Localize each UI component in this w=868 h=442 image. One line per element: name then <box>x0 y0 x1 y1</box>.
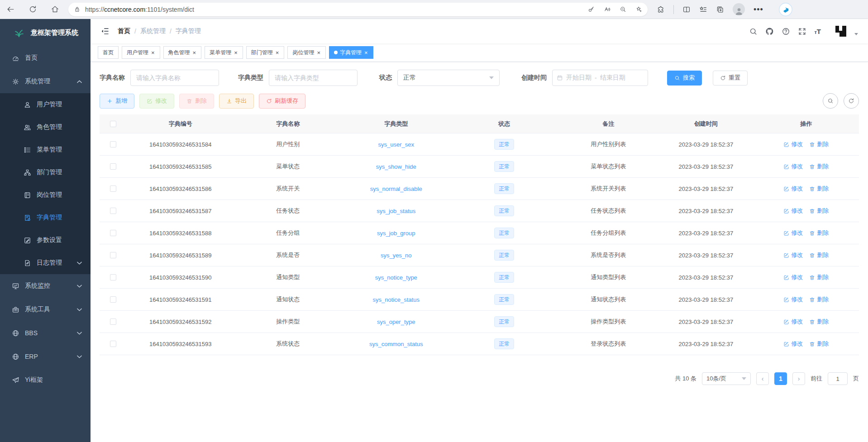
sidebar-collapse-icon[interactable] <box>100 27 110 36</box>
sidebar-item-dept-mgmt[interactable]: 部门管理 <box>0 161 91 184</box>
row-delete-link[interactable]: 删除 <box>809 185 829 193</box>
sidebar-item-bbs[interactable]: BBS <box>0 321 91 345</box>
close-tab-icon[interactable]: × <box>364 50 368 56</box>
close-tab-icon[interactable]: × <box>275 50 280 56</box>
reset-button[interactable]: 重置 <box>713 71 748 86</box>
sidebar-item-menu-mgmt[interactable]: 菜单管理 <box>0 138 91 161</box>
url-text[interactable]: https://ccnetcore.com:1101/system/dict <box>85 6 588 13</box>
sidebar-item-system-monitor[interactable]: 系统监控 <box>0 274 91 298</box>
row-delete-link[interactable]: 删除 <box>809 295 829 304</box>
help-icon[interactable] <box>782 27 790 36</box>
sidebar-item-system-tools[interactable]: 系统工具 <box>0 298 91 321</box>
dict-type-link[interactable]: sys_notice_type <box>375 274 417 281</box>
breadcrumb-home[interactable]: 首页 <box>118 27 130 35</box>
collections-icon[interactable] <box>716 5 724 14</box>
goto-page-input[interactable] <box>828 372 848 385</box>
row-checkbox[interactable] <box>110 296 116 303</box>
sidebar-item-post-mgmt[interactable]: 岗位管理 <box>0 184 91 206</box>
dict-type-link[interactable]: sys_normal_disable <box>370 185 422 192</box>
close-tab-icon[interactable]: × <box>234 50 238 56</box>
row-checkbox[interactable] <box>110 252 116 258</box>
yi-logo[interactable] <box>833 24 849 39</box>
sidebar-item-home[interactable]: 首页 <box>0 46 91 70</box>
sidebar-item-system-mgmt[interactable]: 系统管理 <box>0 70 91 93</box>
profile-caret-icon[interactable] <box>854 33 858 35</box>
browser-profile-avatar[interactable] <box>733 3 745 15</box>
dict-type-input[interactable] <box>275 74 352 81</box>
github-icon[interactable] <box>765 27 774 36</box>
row-delete-link[interactable]: 删除 <box>809 207 829 215</box>
delete-button[interactable]: 删除 <box>179 94 214 109</box>
address-bar[interactable]: https://ccnetcore.com:1101/system/dict <box>68 3 648 16</box>
row-delete-link[interactable]: 删除 <box>809 140 829 148</box>
close-tab-icon[interactable]: × <box>316 50 321 56</box>
search-button[interactable]: 搜索 <box>667 71 702 86</box>
row-checkbox[interactable] <box>110 318 116 325</box>
view-tab[interactable]: 部门管理 × <box>246 46 285 59</box>
dict-type-link[interactable]: sys_yes_no <box>381 252 412 259</box>
row-checkbox[interactable] <box>110 141 116 147</box>
sidebar-item-param-settings[interactable]: 参数设置 <box>0 229 91 252</box>
close-tab-icon[interactable]: × <box>151 50 155 56</box>
row-delete-link[interactable]: 删除 <box>809 318 829 326</box>
close-tab-icon[interactable]: × <box>192 50 197 56</box>
dict-type-link[interactable]: sys_user_sex <box>378 141 414 148</box>
row-delete-link[interactable]: 删除 <box>809 251 829 259</box>
dict-type-link[interactable]: sys_show_hide <box>376 163 416 170</box>
status-select[interactable]: 正常 <box>397 70 500 86</box>
row-edit-link[interactable]: 修改 <box>783 229 803 237</box>
row-edit-link[interactable]: 修改 <box>783 162 803 171</box>
row-checkbox[interactable] <box>110 208 116 214</box>
select-all-checkbox[interactable] <box>110 121 116 127</box>
zoom-out-icon[interactable] <box>620 6 626 13</box>
row-edit-link[interactable]: 修改 <box>783 340 803 348</box>
view-tab[interactable]: 用户管理 × <box>122 46 160 59</box>
view-tab[interactable]: 菜单管理 × <box>205 46 243 59</box>
font-size-icon[interactable]: тT <box>814 28 821 35</box>
row-edit-link[interactable]: 修改 <box>783 318 803 326</box>
dict-name-input[interactable] <box>136 74 213 81</box>
add-favorite-icon[interactable] <box>635 6 642 13</box>
browser-menu-icon[interactable]: ••• <box>754 7 763 12</box>
add-button[interactable]: 新增 <box>100 94 134 109</box>
split-screen-icon[interactable] <box>682 5 691 14</box>
extensions-icon[interactable] <box>657 5 665 14</box>
row-edit-link[interactable]: 修改 <box>783 295 803 304</box>
read-aloud-icon[interactable] <box>604 6 610 13</box>
row-delete-link[interactable]: 删除 <box>809 273 829 281</box>
row-edit-link[interactable]: 修改 <box>783 273 803 281</box>
sidebar-item-user-mgmt[interactable]: 用户管理 <box>0 93 91 116</box>
row-edit-link[interactable]: 修改 <box>783 251 803 259</box>
sidebar-item-yi-framework[interactable]: Yi框架 <box>0 368 91 392</box>
page-size-select[interactable]: 10条/页 <box>702 372 751 385</box>
row-checkbox[interactable] <box>110 230 116 236</box>
view-tab[interactable]: 字典管理 × <box>329 46 373 59</box>
row-checkbox[interactable] <box>110 274 116 280</box>
row-edit-link[interactable]: 修改 <box>783 207 803 215</box>
refresh-cache-button[interactable]: 刷新缓存 <box>259 94 305 109</box>
browser-back-icon[interactable] <box>6 5 15 14</box>
export-button[interactable]: 导出 <box>219 94 254 109</box>
row-delete-link[interactable]: 删除 <box>809 340 829 348</box>
fullscreen-icon[interactable] <box>798 27 806 36</box>
row-checkbox[interactable] <box>110 185 116 192</box>
view-tab[interactable]: 首页 × <box>98 46 119 59</box>
view-tab[interactable]: 角色管理 × <box>163 46 202 59</box>
row-checkbox[interactable] <box>110 341 116 347</box>
sidebar-item-erp[interactable]: ERP <box>0 345 91 368</box>
password-key-icon[interactable] <box>588 6 595 13</box>
browser-reload-icon[interactable] <box>29 5 37 14</box>
prev-page-button[interactable]: ‹ <box>756 372 769 385</box>
dict-type-link[interactable]: sys_common_status <box>369 341 423 347</box>
sidebar-item-log-mgmt[interactable]: 日志管理 <box>0 252 91 274</box>
refresh-table-button[interactable] <box>844 93 859 109</box>
sidebar-item-dict-mgmt[interactable]: 字典管理 <box>0 206 91 229</box>
edit-button[interactable]: 修改 <box>139 94 174 109</box>
row-delete-link[interactable]: 删除 <box>809 162 829 171</box>
date-range-picker[interactable]: 开始日期 - 结束日期 <box>552 70 648 86</box>
dict-type-link[interactable]: sys_job_status <box>377 208 415 214</box>
view-tab[interactable]: 岗位管理 × <box>287 46 326 59</box>
header-search-icon[interactable] <box>749 27 758 36</box>
page-1-button[interactable]: 1 <box>774 372 787 385</box>
row-edit-link[interactable]: 修改 <box>783 185 803 193</box>
